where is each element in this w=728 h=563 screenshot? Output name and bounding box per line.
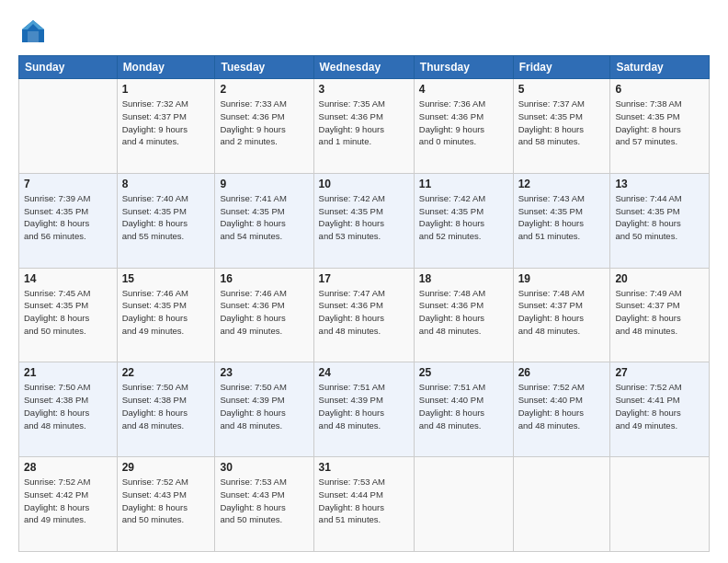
calendar-day-cell: 3Sunrise: 7:35 AM Sunset: 4:36 PM Daylig… [313, 79, 414, 174]
logo-icon [18, 17, 48, 46]
calendar-day-cell [610, 457, 710, 552]
day-info: Sunrise: 7:33 AM Sunset: 4:36 PM Dayligh… [220, 98, 308, 148]
header [18, 17, 710, 46]
calendar-week-row: 21Sunrise: 7:50 AM Sunset: 4:38 PM Dayli… [19, 362, 710, 457]
day-info: Sunrise: 7:51 AM Sunset: 4:40 PM Dayligh… [419, 381, 508, 431]
day-info: Sunrise: 7:32 AM Sunset: 4:37 PM Dayligh… [122, 98, 210, 148]
calendar-day-header: Thursday [414, 56, 513, 79]
day-number: 19 [518, 272, 606, 285]
day-number: 24 [319, 366, 409, 379]
day-number: 5 [518, 83, 606, 96]
day-info: Sunrise: 7:50 AM Sunset: 4:38 PM Dayligh… [24, 381, 112, 431]
calendar-day-header: Friday [513, 56, 610, 79]
day-info: Sunrise: 7:52 AM Sunset: 4:40 PM Dayligh… [518, 381, 606, 431]
calendar-day-cell [513, 457, 610, 552]
day-info: Sunrise: 7:39 AM Sunset: 4:35 PM Dayligh… [24, 192, 112, 243]
calendar-day-cell: 8Sunrise: 7:40 AM Sunset: 4:35 PM Daylig… [117, 173, 215, 268]
day-info: Sunrise: 7:47 AM Sunset: 4:36 PM Dayligh… [319, 287, 409, 338]
day-number: 16 [220, 272, 308, 285]
calendar-day-cell: 20Sunrise: 7:49 AM Sunset: 4:37 PM Dayli… [610, 268, 710, 362]
day-number: 26 [518, 366, 606, 379]
day-info: Sunrise: 7:38 AM Sunset: 4:35 PM Dayligh… [615, 98, 704, 148]
calendar-day-cell: 10Sunrise: 7:42 AM Sunset: 4:35 PM Dayli… [313, 173, 414, 268]
calendar-day-cell: 1Sunrise: 7:32 AM Sunset: 4:37 PM Daylig… [117, 79, 215, 174]
day-number: 11 [419, 178, 508, 190]
day-number: 25 [419, 366, 508, 379]
day-number: 21 [24, 366, 112, 379]
day-number: 2 [220, 83, 308, 96]
day-info: Sunrise: 7:46 AM Sunset: 4:36 PM Dayligh… [220, 287, 308, 338]
calendar-day-cell [19, 79, 118, 174]
calendar-table: SundayMondayTuesdayWednesdayThursdayFrid… [18, 55, 710, 552]
calendar-day-cell: 14Sunrise: 7:45 AM Sunset: 4:35 PM Dayli… [19, 268, 118, 362]
calendar-day-cell: 4Sunrise: 7:36 AM Sunset: 4:36 PM Daylig… [414, 79, 513, 174]
calendar-week-row: 7Sunrise: 7:39 AM Sunset: 4:35 PM Daylig… [19, 173, 710, 268]
day-number: 27 [615, 366, 704, 379]
calendar-day-cell: 18Sunrise: 7:48 AM Sunset: 4:36 PM Dayli… [414, 268, 513, 362]
day-number: 8 [122, 178, 210, 190]
day-info: Sunrise: 7:36 AM Sunset: 4:36 PM Dayligh… [419, 98, 508, 148]
day-number: 31 [319, 461, 409, 474]
day-info: Sunrise: 7:51 AM Sunset: 4:39 PM Dayligh… [319, 381, 409, 431]
calendar-day-cell: 16Sunrise: 7:46 AM Sunset: 4:36 PM Dayli… [215, 268, 313, 362]
day-number: 1 [122, 83, 210, 96]
day-number: 9 [220, 178, 308, 190]
day-number: 30 [220, 461, 308, 474]
day-info: Sunrise: 7:41 AM Sunset: 4:35 PM Dayligh… [220, 192, 308, 243]
calendar-day-cell: 6Sunrise: 7:38 AM Sunset: 4:35 PM Daylig… [610, 79, 710, 174]
day-number: 4 [419, 83, 508, 96]
calendar-day-cell: 12Sunrise: 7:43 AM Sunset: 4:35 PM Dayli… [513, 173, 610, 268]
calendar-day-cell: 31Sunrise: 7:53 AM Sunset: 4:44 PM Dayli… [313, 457, 414, 552]
day-number: 10 [319, 178, 409, 190]
day-number: 23 [220, 366, 308, 379]
day-info: Sunrise: 7:49 AM Sunset: 4:37 PM Dayligh… [615, 287, 704, 338]
svg-rect-2 [28, 31, 39, 42]
calendar-day-cell: 11Sunrise: 7:42 AM Sunset: 4:35 PM Dayli… [414, 173, 513, 268]
day-info: Sunrise: 7:35 AM Sunset: 4:36 PM Dayligh… [319, 98, 409, 148]
calendar-day-cell [414, 457, 513, 552]
day-number: 7 [24, 178, 112, 190]
calendar-day-header: Saturday [610, 56, 710, 79]
day-number: 20 [615, 272, 704, 285]
day-number: 17 [319, 272, 409, 285]
calendar-day-header: Tuesday [215, 56, 313, 79]
calendar-day-cell: 28Sunrise: 7:52 AM Sunset: 4:42 PM Dayli… [19, 457, 118, 552]
calendar-day-cell: 22Sunrise: 7:50 AM Sunset: 4:38 PM Dayli… [117, 362, 215, 457]
calendar-week-row: 1Sunrise: 7:32 AM Sunset: 4:37 PM Daylig… [19, 79, 710, 174]
day-info: Sunrise: 7:52 AM Sunset: 4:43 PM Dayligh… [122, 476, 210, 526]
day-info: Sunrise: 7:46 AM Sunset: 4:35 PM Dayligh… [122, 287, 210, 338]
day-number: 28 [24, 461, 112, 474]
day-number: 18 [419, 272, 508, 285]
calendar-day-header: Sunday [19, 56, 118, 79]
day-info: Sunrise: 7:43 AM Sunset: 4:35 PM Dayligh… [518, 192, 606, 243]
calendar-day-cell: 25Sunrise: 7:51 AM Sunset: 4:40 PM Dayli… [414, 362, 513, 457]
day-info: Sunrise: 7:52 AM Sunset: 4:42 PM Dayligh… [24, 476, 112, 526]
calendar-day-cell: 5Sunrise: 7:37 AM Sunset: 4:35 PM Daylig… [513, 79, 610, 174]
page: SundayMondayTuesdayWednesdayThursdayFrid… [0, 0, 728, 563]
calendar-day-cell: 13Sunrise: 7:44 AM Sunset: 4:35 PM Dayli… [610, 173, 710, 268]
day-info: Sunrise: 7:42 AM Sunset: 4:35 PM Dayligh… [319, 192, 409, 243]
day-info: Sunrise: 7:37 AM Sunset: 4:35 PM Dayligh… [518, 98, 606, 148]
calendar-day-cell: 27Sunrise: 7:52 AM Sunset: 4:41 PM Dayli… [610, 362, 710, 457]
calendar-day-cell: 7Sunrise: 7:39 AM Sunset: 4:35 PM Daylig… [19, 173, 118, 268]
calendar-day-cell: 19Sunrise: 7:48 AM Sunset: 4:37 PM Dayli… [513, 268, 610, 362]
day-number: 13 [615, 178, 704, 190]
day-info: Sunrise: 7:48 AM Sunset: 4:36 PM Dayligh… [419, 287, 508, 338]
calendar-day-header: Monday [117, 56, 215, 79]
calendar-day-cell: 9Sunrise: 7:41 AM Sunset: 4:35 PM Daylig… [215, 173, 313, 268]
day-info: Sunrise: 7:42 AM Sunset: 4:35 PM Dayligh… [419, 192, 508, 243]
day-info: Sunrise: 7:50 AM Sunset: 4:38 PM Dayligh… [122, 381, 210, 431]
calendar-day-cell: 30Sunrise: 7:53 AM Sunset: 4:43 PM Dayli… [215, 457, 313, 552]
logo [18, 17, 51, 46]
day-info: Sunrise: 7:44 AM Sunset: 4:35 PM Dayligh… [615, 192, 704, 243]
calendar-week-row: 14Sunrise: 7:45 AM Sunset: 4:35 PM Dayli… [19, 268, 710, 362]
calendar-day-cell: 2Sunrise: 7:33 AM Sunset: 4:36 PM Daylig… [215, 79, 313, 174]
day-number: 29 [122, 461, 210, 474]
calendar-day-cell: 21Sunrise: 7:50 AM Sunset: 4:38 PM Dayli… [19, 362, 118, 457]
day-info: Sunrise: 7:53 AM Sunset: 4:44 PM Dayligh… [319, 476, 409, 526]
calendar-week-row: 28Sunrise: 7:52 AM Sunset: 4:42 PM Dayli… [19, 457, 710, 552]
day-number: 22 [122, 366, 210, 379]
calendar-day-header: Wednesday [313, 56, 414, 79]
day-number: 3 [319, 83, 409, 96]
calendar-day-cell: 17Sunrise: 7:47 AM Sunset: 4:36 PM Dayli… [313, 268, 414, 362]
